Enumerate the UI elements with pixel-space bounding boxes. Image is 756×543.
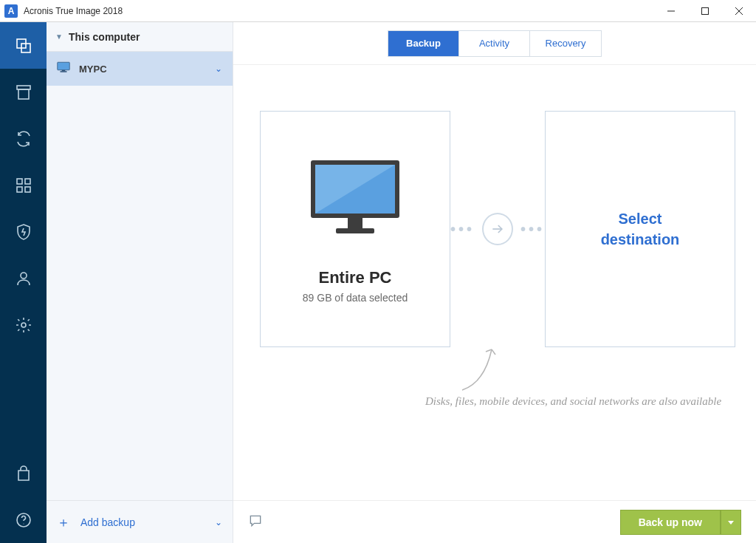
svg-rect-8 <box>17 179 22 184</box>
chevron-down-icon[interactable]: ⌄ <box>215 64 222 74</box>
main-content: Backup Activity Recovery Entire PC 89 GB… <box>233 22 756 543</box>
backup-list-header[interactable]: ▼ This computer <box>47 22 233 52</box>
tab-label: Recovery <box>546 38 586 49</box>
shopping-bag-icon <box>15 465 32 482</box>
svg-marker-25 <box>728 521 734 525</box>
source-title: Entire PC <box>318 268 391 287</box>
app-initial: A <box>8 6 15 16</box>
tab-backup[interactable]: Backup <box>388 31 459 56</box>
backup-now-button-group: Back up now <box>620 510 741 535</box>
help-nav[interactable] <box>0 496 47 543</box>
tab-label: Activity <box>479 38 509 49</box>
backup-item-label: MYPC <box>79 64 206 75</box>
close-button[interactable] <box>722 0 756 22</box>
destination-line2: destination <box>601 231 680 247</box>
window-title: Acronis True Image 2018 <box>24 6 123 16</box>
chevron-down-icon[interactable]: ⌄ <box>215 517 222 527</box>
plus-icon: ＋ <box>57 513 70 531</box>
backup-now-label: Back up now <box>639 516 702 528</box>
svg-rect-16 <box>58 62 70 70</box>
tab-activity[interactable]: Activity <box>459 31 530 56</box>
svg-rect-10 <box>17 187 22 192</box>
backup-list-panel: ▼ This computer MYPC ⌄ ＋ Add backup ⌄ <box>47 22 233 543</box>
pc-monitor-icon <box>303 154 407 243</box>
archive-nav[interactable] <box>0 69 47 115</box>
connector: ••• ••• <box>450 213 545 245</box>
tabs-row: Backup Activity Recovery <box>233 22 756 65</box>
source-subtitle: 89 GB of data selected <box>303 292 408 304</box>
minimize-button[interactable] <box>654 0 688 22</box>
cards-row: Entire PC 89 GB of data selected ••• •••… <box>260 111 735 347</box>
source-card[interactable]: Entire PC 89 GB of data selected <box>260 111 450 347</box>
add-backup-button[interactable]: ＋ Add backup ⌄ <box>47 500 233 543</box>
monitor-icon <box>57 61 70 76</box>
person-icon <box>15 270 32 287</box>
backup-nav[interactable] <box>0 22 47 69</box>
hint-text: Disks, files, mobile devices, and social… <box>425 393 721 410</box>
sync-arrows-icon <box>15 130 32 148</box>
svg-rect-18 <box>61 71 67 72</box>
destination-card[interactable]: Select destination <box>545 111 735 347</box>
tab-recovery[interactable]: Recovery <box>530 31 601 56</box>
title-bar: A Acronis True Image 2018 <box>0 0 756 22</box>
hint-arrow-icon <box>455 346 499 400</box>
svg-point-12 <box>21 273 27 279</box>
svg-point-13 <box>21 323 26 327</box>
comment-icon[interactable] <box>248 513 263 531</box>
archive-box-icon <box>15 83 32 101</box>
dots-right-icon: ••• <box>520 221 545 238</box>
account-nav[interactable] <box>0 255 47 301</box>
settings-nav[interactable] <box>0 301 47 348</box>
help-circle-icon <box>15 511 32 529</box>
tabs: Backup Activity Recovery <box>388 30 602 57</box>
stage: Entire PC 89 GB of data selected ••• •••… <box>233 65 756 500</box>
svg-point-15 <box>23 523 24 524</box>
sync-nav[interactable] <box>0 115 47 162</box>
title-bar-left: A Acronis True Image 2018 <box>4 4 123 18</box>
svg-rect-11 <box>25 187 30 192</box>
caret-down-icon: ▼ <box>55 33 63 41</box>
backup-now-dropdown[interactable] <box>721 510 741 535</box>
maximize-button[interactable] <box>688 0 722 22</box>
svg-rect-17 <box>62 70 66 72</box>
svg-rect-9 <box>25 179 30 184</box>
shield-bolt-icon <box>15 223 32 241</box>
app-icon: A <box>4 4 18 18</box>
backup-list-item-mypc[interactable]: MYPC ⌄ <box>47 52 233 86</box>
protection-nav[interactable] <box>0 208 47 255</box>
destination-line1: Select <box>619 211 662 227</box>
dots-left-icon: ••• <box>450 221 475 238</box>
svg-rect-7 <box>18 89 29 99</box>
backup-list-header-label: This computer <box>69 31 140 43</box>
arrow-right-circle-icon <box>482 213 513 245</box>
add-backup-label: Add backup <box>80 516 135 528</box>
backup-now-button[interactable]: Back up now <box>620 510 721 535</box>
tab-label: Backup <box>406 38 441 49</box>
svg-rect-23 <box>336 228 374 233</box>
footer-row: Back up now <box>233 500 756 543</box>
svg-rect-1 <box>702 7 709 14</box>
dashboard-nav[interactable] <box>0 162 47 208</box>
svg-rect-22 <box>348 218 362 228</box>
nav-rail <box>0 22 47 543</box>
gear-icon <box>15 316 32 334</box>
window-controls <box>654 0 756 22</box>
caret-down-icon <box>727 519 735 526</box>
overlap-squares-icon <box>15 37 32 55</box>
grid-icon <box>15 177 32 194</box>
store-nav[interactable] <box>0 450 47 496</box>
